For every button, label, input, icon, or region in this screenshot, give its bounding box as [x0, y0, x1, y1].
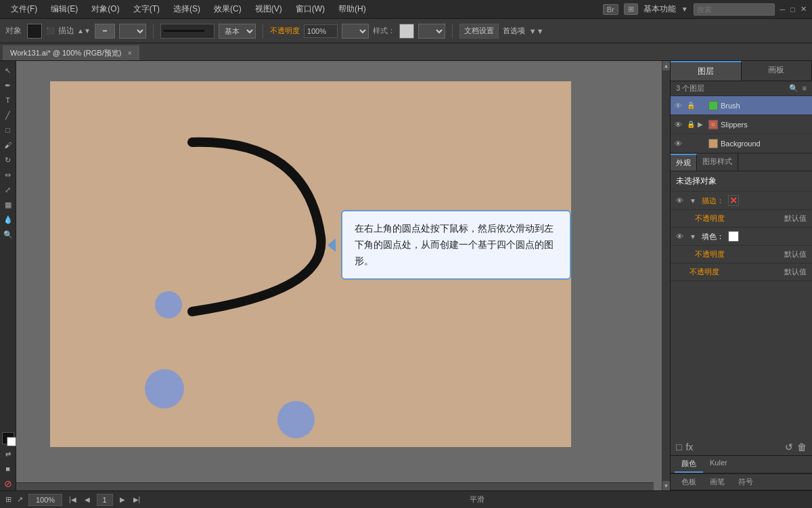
page-input[interactable]	[97, 494, 113, 506]
last-page-button[interactable]: ▶|	[132, 496, 142, 503]
fill-swatch[interactable]	[27, 24, 42, 39]
h-scrollbar[interactable]	[16, 482, 654, 490]
menu-edit[interactable]: 编辑(E)	[45, 2, 83, 16]
tab-close-button[interactable]: ×	[127, 49, 131, 57]
layer-brush[interactable]: 👁 🔒 Brush	[671, 96, 812, 115]
prefs-button[interactable]: 首选项	[503, 26, 525, 36]
stroke-style-select[interactable]: 基本	[219, 24, 256, 39]
status-grid-icon[interactable]: ⊞	[5, 495, 12, 504]
kuler-tab[interactable]: Kuler	[703, 456, 734, 473]
color-tab[interactable]: 颜色	[675, 456, 703, 473]
scroll-track[interactable]	[662, 70, 670, 481]
layer-expand-slippers[interactable]: ▶	[698, 121, 706, 128]
color-mode-button[interactable]: ■	[1, 462, 15, 475]
fill-color-indicator[interactable]	[2, 432, 14, 444]
eyedropper-tool[interactable]: 💧	[1, 213, 15, 226]
stroke-color-box[interactable]: ✕	[728, 195, 739, 206]
layers-tab[interactable]: 图层	[671, 61, 742, 81]
layer-eye-brush[interactable]: 👁	[675, 102, 684, 110]
fill-triangle-icon[interactable]: ▼	[690, 233, 698, 240]
menu-effect[interactable]: 效果(C)	[208, 2, 247, 16]
gradient-tool[interactable]: ▦	[1, 198, 15, 211]
window-maximize-button[interactable]: □	[790, 5, 795, 14]
stroke-mode-button[interactable]: ⬛	[46, 27, 54, 35]
opacity-input[interactable]	[304, 24, 338, 38]
brushes-tab[interactable]: 画笔	[703, 474, 731, 490]
swatches-tab[interactable]: 色板	[675, 474, 703, 490]
prev-page-button[interactable]: ◀	[83, 496, 91, 503]
opacity-label: 不透明度	[270, 26, 300, 36]
stroke-color-swatch[interactable]: ━	[95, 24, 115, 39]
type-tool[interactable]: T	[1, 93, 15, 107]
status-share-icon[interactable]: ↗	[17, 495, 23, 504]
menu-window[interactable]: 窗口(W)	[290, 2, 330, 16]
layer-search-icon[interactable]: 🔍	[789, 84, 798, 93]
appearance-tab[interactable]: 外观	[671, 154, 697, 171]
canvas-area[interactable]: 在右上角的圆点处按下鼠标，然后依次滑动到左下角的圆点处，从而创建一个基于四个圆点…	[16, 61, 662, 490]
effect-icon[interactable]: fx	[685, 442, 693, 452]
reset-icon[interactable]: ↺	[785, 442, 793, 452]
window-minimize-button[interactable]: ─	[780, 5, 786, 14]
document-tab[interactable]: Work131.ai* @ 100% (RGB/预览) ×	[3, 45, 139, 60]
v-scrollbar[interactable]: ▲ ▼	[662, 61, 670, 490]
opacity-select[interactable]	[342, 24, 369, 39]
style-swatch[interactable]	[399, 24, 414, 39]
workspace-dropdown-arrow[interactable]: ▼	[681, 5, 688, 13]
stroke-row-label[interactable]: 描边：	[702, 196, 724, 206]
brush-tool[interactable]: 🖌	[1, 138, 15, 152]
scroll-up-button[interactable]: ▲	[662, 61, 671, 70]
menu-view[interactable]: 视图(V)	[250, 2, 288, 16]
fill-eye-icon[interactable]: 👁	[676, 232, 685, 240]
fill-color-box[interactable]	[728, 231, 739, 242]
line-tool[interactable]: ╱	[1, 108, 15, 122]
scale-tool[interactable]: ⤢	[1, 183, 15, 196]
global-opacity-label[interactable]: 不透明度	[690, 267, 719, 277]
mirror-tool[interactable]: ⇔	[1, 168, 15, 182]
layer-options-icon[interactable]: ≡	[803, 84, 807, 93]
style-select[interactable]	[418, 24, 445, 39]
symbols-tab[interactable]: 符号	[731, 474, 760, 490]
stroke-eye-icon[interactable]: 👁	[676, 196, 685, 205]
menu-text[interactable]: 文字(T)	[128, 2, 165, 16]
stroke-triangle-icon[interactable]: ▼	[690, 197, 698, 205]
layer-background[interactable]: 👁 Background	[671, 134, 812, 153]
scroll-down-button[interactable]: ▼	[662, 481, 671, 490]
doc-settings-button[interactable]: 文档设置	[459, 24, 499, 39]
menu-file[interactable]: 文件(F)	[5, 2, 43, 16]
new-layer-icon[interactable]: □	[676, 442, 681, 452]
swap-colors-button[interactable]: ⇄	[1, 447, 15, 461]
fill-row-label[interactable]: 填色：	[702, 232, 724, 242]
search-input[interactable]	[694, 3, 775, 16]
menu-object[interactable]: 对象(O)	[86, 2, 125, 16]
rotate-tool[interactable]: ↻	[1, 153, 15, 167]
first-page-button[interactable]: |◀	[68, 496, 78, 503]
pen-tool[interactable]: ✒	[1, 79, 15, 92]
layer-slippers[interactable]: 👁 🔒 ▶ Slippers	[671, 115, 812, 134]
layer-eye-slippers[interactable]: 👁	[675, 121, 684, 129]
delete-icon[interactable]: 🗑	[797, 442, 807, 452]
menu-help[interactable]: 帮助(H)	[333, 2, 371, 16]
layer-lock-slippers[interactable]: 🔒	[687, 121, 695, 128]
window-close-button[interactable]: ✕	[800, 5, 807, 14]
stroke-opacity-label[interactable]: 不透明度	[695, 213, 725, 224]
prefs-arrow[interactable]: ▼▼	[529, 27, 544, 35]
none-button[interactable]: ⊘	[1, 477, 15, 490]
layer-eye-background[interactable]: 👁	[675, 140, 684, 148]
zoom-input[interactable]	[28, 494, 62, 506]
dot-3	[277, 401, 315, 438]
menu-select[interactable]: 选择(S)	[168, 2, 206, 16]
status-smooth-label: 平滑	[147, 494, 807, 505]
zoom-tool[interactable]: 🔍	[1, 228, 15, 241]
graphic-style-tab[interactable]: 图形样式	[697, 154, 738, 171]
separator-3	[452, 24, 453, 39]
selection-tool[interactable]: ↖	[1, 64, 15, 77]
artboard-tab[interactable]: 画板	[742, 61, 813, 81]
tooltip-popup: 在右上角的圆点处按下鼠标，然后依次滑动到左下角的圆点处，从而创建一个基于四个圆点…	[341, 210, 571, 280]
fill-opacity-label[interactable]: 不透明度	[695, 249, 725, 259]
layer-lock-brush[interactable]: 🔒	[687, 102, 695, 109]
stroke-arrow[interactable]: ▲▼	[77, 27, 91, 35]
shape-tool[interactable]: □	[1, 123, 15, 137]
next-page-button[interactable]: ▶	[118, 496, 127, 503]
object-label: 对象	[5, 25, 22, 37]
stroke-weight-select[interactable]	[119, 24, 146, 39]
